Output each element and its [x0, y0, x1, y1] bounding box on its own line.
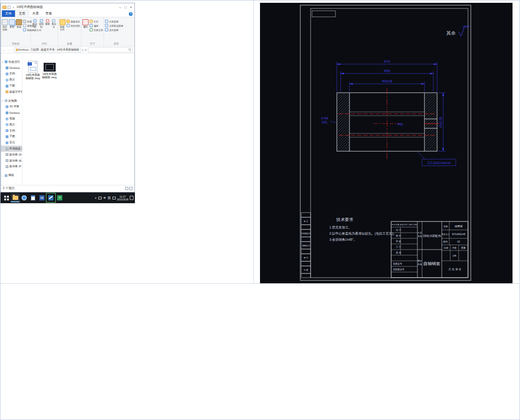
taskbar-cad-button[interactable]	[46, 193, 55, 202]
desktop-icon	[6, 66, 8, 69]
help-icon[interactable]: ?	[129, 12, 133, 16]
select-none-icon	[105, 24, 108, 27]
breadcrumb-item-desktop[interactable]: Desktop	[18, 48, 29, 51]
sidebar-item-volume-e[interactable]: 新加卷 (E:)	[1, 158, 22, 164]
sidebar-item-videos[interactable]: 视频	[1, 116, 22, 122]
tb-header-row: 标记 处数 更改文件号 签名 日期	[391, 223, 417, 226]
rename-button[interactable]: 重命名	[51, 18, 57, 28]
minimize-button[interactable]: –	[119, 5, 121, 9]
sidebar-quick-access[interactable]: ∨快速访问	[1, 59, 22, 65]
sidebar-item-local-disk-c[interactable]: 本地磁盘 (C:)	[1, 146, 22, 152]
tech-item-1: 1.首先车加工。	[329, 226, 352, 229]
sidebar-item-volume-f[interactable]: 新加卷 (F:)	[1, 164, 22, 170]
clock[interactable]: 11:27 2021/3/26	[117, 195, 128, 201]
breadcrumb-item-2[interactable]: 新建文件夹	[41, 48, 55, 52]
ribbon: 固定到快速访问 复制 粘贴 剪切 复制路径 粘贴快捷方式	[1, 17, 134, 46]
taskbar-excel-button[interactable]: X	[55, 193, 64, 202]
copy-to-icon	[40, 19, 43, 22]
tb-row-process: 工 艺	[396, 245, 401, 248]
pen-icon[interactable]	[112, 197, 116, 199]
ribbon-tabs: 文件 主页 共享 查看 ?	[1, 11, 134, 17]
copy-to-button[interactable]: 复制到	[38, 18, 44, 28]
paste-button[interactable]: 粘贴	[16, 18, 22, 31]
easy-access-button[interactable]: 轻松访问	[67, 24, 80, 27]
taskbar-word-button[interactable]: W	[37, 193, 46, 202]
taskbar-explorer-button[interactable]	[11, 193, 20, 202]
address-folder-icon	[16, 49, 18, 51]
search-icon	[128, 48, 132, 52]
invert-selection-icon	[105, 28, 108, 31]
close-button[interactable]: ×	[130, 5, 132, 9]
sidebar-this-pc[interactable]: ∨此电脑	[1, 98, 22, 104]
details-view-icon[interactable]	[125, 187, 128, 190]
disk-icon	[6, 153, 8, 156]
breadcrumb-item-3[interactable]: 16吨冲床曲轴铜套	[57, 48, 80, 52]
tb-part-label-2: 名称	[418, 263, 423, 265]
search-input[interactable]	[88, 47, 133, 52]
word-icon: W	[39, 195, 45, 200]
touch-keyboard-icon[interactable]	[98, 197, 102, 199]
sidebar-item-music[interactable]: 音乐	[1, 140, 22, 146]
breadcrumb-item-1[interactable]: 凸轮图	[30, 48, 39, 52]
move-to-button[interactable]: 移动到	[32, 18, 37, 28]
thumbnails-view-icon[interactable]	[129, 187, 133, 190]
surface-roughness-value: 12.5	[462, 25, 468, 28]
select-all-button[interactable]: 全部选择	[105, 20, 123, 23]
sidebar-item-volume-d[interactable]: 新加卷 (D:)	[1, 152, 22, 158]
history-button[interactable]: 历史记录	[89, 28, 103, 31]
delete-button[interactable]: 删除	[45, 18, 50, 28]
sidebar-item-documents[interactable]: 文档	[1, 71, 22, 77]
refresh-icon[interactable]: ↻	[85, 48, 87, 52]
taskbar-wps-button[interactable]	[29, 193, 37, 202]
taskbar-browser-button[interactable]	[20, 193, 29, 202]
open-icon	[89, 20, 93, 23]
tab-home[interactable]: 主页	[15, 10, 29, 17]
sidebar-network[interactable]: ›网络	[1, 172, 22, 178]
qat-dropdown-icon[interactable]: ▾	[13, 6, 14, 9]
copy-button[interactable]: 复制	[9, 18, 15, 31]
quick-access-toolbar-icon[interactable]	[7, 6, 11, 9]
breadcrumb[interactable]: Desktop› 凸轮图› 新建文件夹› 16吨冲床曲轴铜套	[15, 47, 81, 52]
paste-icon	[16, 19, 22, 25]
volume-icon[interactable]	[103, 196, 106, 199]
address-dropdown-icon[interactable]: ∨	[82, 48, 84, 52]
properties-button[interactable]: 属性	[82, 18, 89, 31]
edit-button[interactable]: 编辑	[89, 24, 103, 27]
dim-oil-hole-line2: 油孔	[322, 120, 328, 124]
file-bmp[interactable]: 16吨冲床曲轴铜套.dwg.BMP	[42, 61, 57, 79]
sidebar-item-folder[interactable]: 新建文件夹	[1, 89, 22, 95]
history-icon	[89, 28, 93, 31]
open-button[interactable]: 打开	[89, 20, 103, 23]
sidebar-item-desktop[interactable]: Desktop	[1, 65, 22, 71]
disk-icon	[6, 159, 8, 162]
new-item-button[interactable]: 新建项目	[67, 20, 80, 23]
invert-selection-button[interactable]: 反向选择	[105, 28, 123, 31]
center-lines	[339, 88, 439, 160]
select-none-button[interactable]: 全部取消选择	[105, 24, 123, 27]
new-folder-button[interactable]: 新建文件夹	[59, 18, 66, 31]
cut-icon	[23, 20, 26, 23]
cad-drawing: 其余 12.5	[260, 3, 513, 283]
ime-indicator[interactable]: 英	[108, 196, 111, 200]
tray-chevron-up-icon[interactable]: ∧	[95, 196, 97, 200]
maximize-button[interactable]: □	[124, 5, 126, 9]
action-center-icon[interactable]	[130, 196, 134, 200]
tab-view[interactable]: 查看	[42, 10, 55, 17]
tab-file[interactable]: 文件	[2, 10, 15, 17]
tech-item-3: 3.全部倒角1x45°。	[329, 238, 357, 242]
sidebar-item-pc-pictures[interactable]: 图片	[1, 122, 22, 128]
sidebar-item-pc-documents[interactable]: 文档	[1, 128, 22, 134]
tab-share[interactable]: 共享	[29, 10, 42, 17]
desktop-icon	[6, 111, 8, 114]
file-dwg[interactable]: 16吨冲床曲轴铜套.dwg	[25, 61, 40, 80]
forward-button[interactable]: →	[7, 48, 10, 52]
sidebar-item-downloads[interactable]: 下载	[1, 83, 22, 89]
back-button[interactable]: ←	[2, 48, 6, 52]
sidebar-item-pc-downloads[interactable]: 下载	[1, 134, 22, 140]
start-button[interactable]	[2, 193, 11, 202]
sidebar-item-3d-objects[interactable]: 3D 对象	[1, 104, 22, 110]
sidebar-item-pictures[interactable]: 图片	[1, 77, 22, 83]
sidebar-item-pc-desktop[interactable]: Desktop	[1, 110, 22, 116]
pin-to-quick-access-button[interactable]: 固定到快速访问	[2, 18, 8, 31]
up-button[interactable]: ↑	[12, 48, 14, 52]
